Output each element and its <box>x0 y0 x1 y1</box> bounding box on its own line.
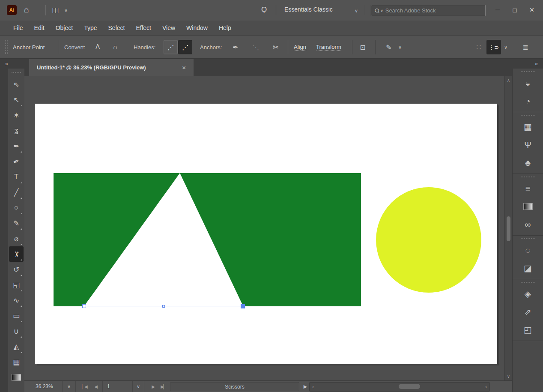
hide-handles-button[interactable]: ⋰ <box>164 40 178 54</box>
menu-effect[interactable]: Effect <box>130 21 157 35</box>
document-tab[interactable]: Untitled-1* @ 36.23% (RGB/GPU Preview) × <box>29 59 194 76</box>
status-menu-button[interactable]: ▶ <box>302 381 309 392</box>
canvas[interactable] <box>24 76 504 380</box>
previous-artboard-button[interactable]: ◀ <box>90 381 101 392</box>
ellipse-tool[interactable]: ○ <box>9 200 24 215</box>
panel-grip-handle[interactable] <box>521 115 535 117</box>
convert-to-smooth-button[interactable]: ∩ <box>109 41 122 54</box>
export-panel-button[interactable]: ⇗ <box>513 303 543 321</box>
tools-grip-handle[interactable] <box>12 72 21 74</box>
convert-to-corner-button[interactable]: Λ <box>91 41 104 54</box>
last-artboard-button[interactable]: ▶▏ <box>158 381 168 392</box>
search-chevron-icon[interactable]: ∨ <box>380 9 383 13</box>
menu-select[interactable]: Select <box>103 21 131 35</box>
selection-tool[interactable]: ⇖ <box>9 77 24 92</box>
next-artboard-button[interactable]: ▶ <box>148 381 158 392</box>
scroll-right-icon[interactable]: › <box>485 383 487 391</box>
magic-wand-tool[interactable]: ✶ <box>9 108 24 123</box>
scroll-left-icon[interactable]: ‹ <box>312 383 314 391</box>
zoom-level[interactable]: 36.23% <box>36 381 53 392</box>
mesh-tool[interactable]: ▦ <box>9 354 24 370</box>
color-panel-button[interactable]: ◒ <box>513 74 543 92</box>
appearance-panel-button[interactable]: ◌ <box>513 241 543 259</box>
graphic-styles-panel-button[interactable]: ◪ <box>513 259 543 277</box>
properties-chevron-icon[interactable]: ∨ <box>504 45 507 50</box>
horizontal-scrollbar-thumb[interactable] <box>399 384 420 389</box>
panel-grip-handle[interactable] <box>521 177 535 179</box>
curvature-tool[interactable]: ✒ <box>9 154 24 169</box>
shape-builder-tool[interactable]: ∪ <box>9 323 24 339</box>
scroll-down-icon[interactable]: ∨ <box>505 374 512 379</box>
type-tool[interactable]: T <box>9 169 24 185</box>
line-segment-tool[interactable]: ╱ <box>9 185 24 200</box>
pen-tool[interactable]: ✒ <box>9 138 24 154</box>
menu-window[interactable]: Window <box>181 21 213 35</box>
menu-type[interactable]: Type <box>78 21 102 35</box>
artboard-chevron-icon[interactable]: ∨ <box>132 381 144 392</box>
brushes-panel-button[interactable]: Ψ <box>513 136 543 154</box>
anchor-point[interactable] <box>163 305 165 307</box>
rotate-tool[interactable]: ↺ <box>9 262 24 277</box>
zoom-dropdown-button[interactable]: ∨ <box>62 381 76 392</box>
panel-grip-handle[interactable] <box>521 71 535 73</box>
maximize-button[interactable]: □ <box>506 3 523 16</box>
perspective-grid-tool[interactable]: ◭ <box>9 339 24 354</box>
artboards-panel-button[interactable]: ◰ <box>513 321 543 339</box>
panel-menu-button[interactable]: ≣ <box>519 41 532 54</box>
anchor-point[interactable] <box>82 305 86 308</box>
menu-view[interactable]: View <box>157 21 181 35</box>
horizontal-scrollbar[interactable]: ‹ › <box>309 382 490 392</box>
free-transform-tool[interactable]: ▭ <box>9 308 24 323</box>
artboard-number[interactable]: 1 <box>103 383 132 389</box>
workspace-chevron-icon[interactable]: ∨ <box>355 8 358 14</box>
vertical-scrollbar-thumb[interactable] <box>507 216 510 241</box>
yellow-circle[interactable] <box>376 187 481 293</box>
anchor-point-selected[interactable] <box>241 304 245 308</box>
symbols-panel-button[interactable]: ♣ <box>513 154 543 172</box>
menu-edit[interactable]: Edit <box>29 21 50 35</box>
align-button[interactable]: Align <box>294 44 306 51</box>
lasso-tool[interactable]: ʓ <box>9 123 24 138</box>
menu-help[interactable]: Help <box>213 21 237 35</box>
gradient-tool[interactable] <box>9 370 24 385</box>
isolate-selection-button[interactable]: ⊡ <box>356 41 369 54</box>
close-button[interactable]: × <box>523 3 540 16</box>
arrange-documents-icon[interactable]: ◫ <box>52 6 59 15</box>
minimize-button[interactable]: ─ <box>489 3 506 16</box>
show-handles-button[interactable]: ⋰ <box>178 40 192 54</box>
menu-file[interactable]: File <box>8 21 29 35</box>
panel-grip-handle[interactable] <box>521 238 535 240</box>
adobe-stock-search[interactable]: Ϙ ∨ <box>371 5 486 16</box>
remove-anchor-button[interactable]: ✒ <box>229 41 242 54</box>
tab-close-icon[interactable]: × <box>180 64 188 71</box>
width-tool[interactable]: ∿ <box>9 293 24 308</box>
scale-tool[interactable]: ◱ <box>9 277 24 293</box>
workspace-switcher[interactable]: Essentials Classic <box>284 6 333 13</box>
artboard-navigation-field[interactable]: 1 ∨ <box>102 381 144 392</box>
lightbulb-icon[interactable]: Ϙ <box>261 6 267 14</box>
paintbrush-tool[interactable]: ✎ <box>9 215 24 231</box>
scissors-tool[interactable]: ✂ <box>9 246 24 262</box>
gradient-panel-button[interactable] <box>513 197 543 215</box>
cut-path-button[interactable]: ✂ <box>269 41 282 54</box>
vertical-scrollbar[interactable]: ∧ ∨ <box>504 76 512 380</box>
menu-object[interactable]: Object <box>50 21 78 35</box>
home-icon[interactable]: ⌂ <box>24 5 29 15</box>
controlbar-grip-handle[interactable] <box>5 40 8 54</box>
scroll-up-icon[interactable]: ∧ <box>505 78 512 83</box>
panel-collapse-button[interactable]: « <box>512 59 543 69</box>
direct-selection-tool[interactable]: ↖ <box>9 92 24 108</box>
search-input[interactable] <box>385 7 459 14</box>
toolbar-expand-button[interactable]: » <box>0 59 24 69</box>
layers-panel-button[interactable]: ◈ <box>513 285 543 303</box>
transparency-panel-button[interactable]: ∞ <box>513 215 543 233</box>
shaper-tool[interactable]: ⌀ <box>9 231 24 246</box>
stroke-panel-button[interactable]: ≡ <box>513 180 543 197</box>
reshape-button[interactable]: ✎ <box>382 41 395 54</box>
first-artboard-button[interactable]: ▏◀ <box>79 381 90 392</box>
arrange-documents-chevron-icon[interactable]: ∨ <box>64 8 68 13</box>
reshape-chevron-icon[interactable]: ∨ <box>398 45 402 50</box>
properties-toggle-button[interactable]: ⋮⊃ <box>486 40 501 54</box>
swatches-panel-button[interactable]: ▦ <box>513 118 543 136</box>
transform-button[interactable]: Transform <box>316 44 341 51</box>
